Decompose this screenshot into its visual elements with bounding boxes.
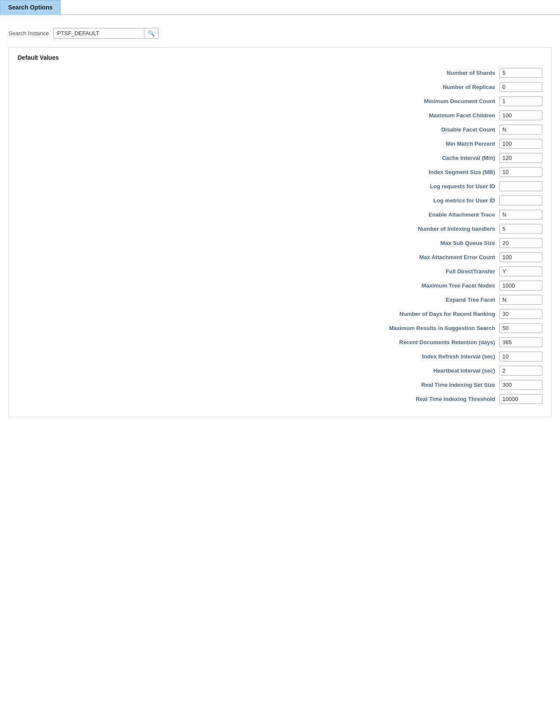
- field-input[interactable]: [499, 323, 542, 333]
- field-label: Number of Days for Recent Ranking: [383, 311, 495, 317]
- field-row: Maximum Facet Children: [18, 110, 542, 120]
- field-input[interactable]: [499, 281, 542, 291]
- field-row: Minimum Document Count: [18, 96, 542, 106]
- field-label: Recent Documents Retention (days): [383, 339, 495, 346]
- field-input[interactable]: [499, 196, 542, 205]
- field-input[interactable]: [499, 224, 542, 234]
- field-label: Index Refresh Interval (sec): [383, 353, 495, 360]
- field-row: Max Sub Queue Size: [18, 238, 542, 248]
- field-input[interactable]: [499, 96, 542, 106]
- field-input[interactable]: [499, 366, 542, 376]
- field-label: Disable Facet Count: [383, 126, 495, 133]
- field-label: Max Sub Queue Size: [383, 240, 495, 246]
- field-input[interactable]: [499, 110, 542, 120]
- field-input[interactable]: [499, 82, 542, 92]
- field-label: Number of Replicas: [383, 84, 495, 90]
- field-row: Cache Interval (Min): [18, 153, 542, 163]
- field-label: Heartbeat Interval (sec): [383, 367, 495, 374]
- field-label: Full DirectTransfer: [383, 268, 495, 275]
- field-row: Max Attachment Error Count: [18, 252, 542, 262]
- field-input[interactable]: [499, 266, 542, 276]
- field-label: Real Time Indexing Set Size: [383, 382, 495, 388]
- field-label: Log metrics for User ID: [383, 197, 495, 204]
- field-label: Number of Shards: [383, 70, 495, 76]
- main-content: Search Instance 🔍 Default Values Number …: [0, 24, 560, 426]
- field-label: Number of Indexing handlers: [383, 226, 495, 232]
- search-instance-row: Search Instance 🔍: [9, 28, 551, 39]
- field-row: Number of Days for Recent Ranking: [18, 309, 542, 319]
- field-input[interactable]: [499, 68, 542, 78]
- field-row: Disable Facet Count: [18, 125, 542, 135]
- field-input[interactable]: [499, 295, 542, 305]
- field-row: Real Time Indexing Set Size: [18, 380, 542, 390]
- field-label: Enable Attachment Trace: [383, 211, 495, 218]
- field-input[interactable]: [499, 125, 542, 135]
- field-input[interactable]: [499, 380, 542, 390]
- tab-bar: Search Options: [0, 0, 560, 15]
- field-label: Index Segment Size (MB): [383, 169, 495, 175]
- field-row: Real Time Indexing Threshold: [18, 394, 542, 404]
- search-instance-input[interactable]: [54, 28, 144, 38]
- field-row: Min Match Percent: [18, 139, 542, 149]
- tab-search-options[interactable]: Search Options: [0, 0, 61, 15]
- field-input[interactable]: [499, 352, 542, 361]
- field-label: Maximum Tree Facet Nodes: [383, 282, 495, 289]
- search-instance-input-wrap: 🔍: [53, 28, 159, 39]
- field-input[interactable]: [499, 153, 542, 163]
- field-label: Expand Tree Facet: [383, 297, 495, 303]
- field-input[interactable]: [499, 167, 542, 177]
- field-input[interactable]: [499, 139, 542, 149]
- field-label: Log requests for User ID: [383, 183, 495, 190]
- field-row: Log metrics for User ID: [18, 196, 542, 205]
- field-label: Cache Interval (Min): [383, 155, 495, 161]
- fields-container: Number of ShardsNumber of ReplicasMinimu…: [18, 68, 542, 404]
- field-row: Enable Attachment Trace: [18, 210, 542, 220]
- field-label: Maximum Results in Suggestion Search: [383, 325, 495, 331]
- field-input[interactable]: [499, 309, 542, 319]
- field-input[interactable]: [499, 210, 542, 220]
- default-values-title: Default Values: [18, 54, 542, 61]
- field-row: Recent Documents Retention (days): [18, 337, 542, 347]
- field-row: Expand Tree Facet: [18, 295, 542, 305]
- field-input[interactable]: [499, 181, 542, 191]
- field-row: Maximum Results in Suggestion Search: [18, 323, 542, 333]
- field-label: Max Attachment Error Count: [383, 254, 495, 260]
- field-label: Min Match Percent: [383, 141, 495, 147]
- field-input[interactable]: [499, 238, 542, 248]
- field-row: Index Refresh Interval (sec): [18, 352, 542, 361]
- field-label: Maximum Facet Children: [383, 112, 495, 119]
- default-values-box: Default Values Number of ShardsNumber of…: [9, 47, 551, 417]
- field-row: Number of Shards: [18, 68, 542, 78]
- field-row: Index Segment Size (MB): [18, 167, 542, 177]
- field-input[interactable]: [499, 337, 542, 347]
- search-instance-label: Search Instance: [9, 30, 49, 37]
- field-row: Number of Indexing handlers: [18, 224, 542, 234]
- field-input[interactable]: [499, 394, 542, 404]
- search-icon: 🔍: [148, 30, 155, 37]
- field-row: Heartbeat Interval (sec): [18, 366, 542, 376]
- field-label: Real Time Indexing Threshold: [383, 396, 495, 402]
- field-row: Number of Replicas: [18, 82, 542, 92]
- field-row: Full DirectTransfer: [18, 266, 542, 276]
- field-row: Log requests for User ID: [18, 181, 542, 191]
- field-label: Minimum Document Count: [383, 98, 495, 104]
- field-row: Maximum Tree Facet Nodes: [18, 281, 542, 291]
- search-instance-search-button[interactable]: 🔍: [144, 28, 158, 38]
- field-input[interactable]: [499, 252, 542, 262]
